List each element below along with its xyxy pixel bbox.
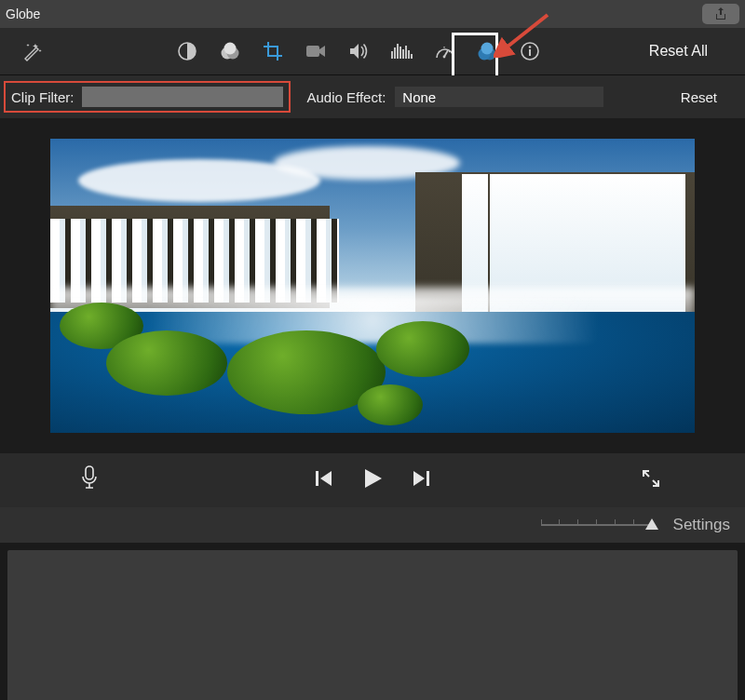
titlebar: Globe xyxy=(0,0,745,28)
clip-filter-dropdown[interactable] xyxy=(82,87,283,107)
svg-rect-4 xyxy=(306,46,319,57)
svg-rect-11 xyxy=(529,49,531,56)
svg-rect-15 xyxy=(427,471,429,486)
annotation-clipfilter-outline: Clip Filter: xyxy=(4,81,291,113)
voiceover-button[interactable] xyxy=(80,465,99,495)
svg-point-10 xyxy=(529,46,532,48)
reset-button[interactable]: Reset xyxy=(681,89,717,105)
color-correction-icon[interactable] xyxy=(218,39,242,63)
share-button[interactable] xyxy=(702,4,739,24)
preview-canvas[interactable] xyxy=(50,139,695,433)
timeline[interactable] xyxy=(7,550,738,700)
annotation-highlight-box xyxy=(452,33,498,79)
info-icon[interactable] xyxy=(518,39,542,63)
crop-icon[interactable] xyxy=(261,39,285,63)
effect-params-row: Clip Filter: Audio Effect: None Reset xyxy=(0,75,745,118)
settings-button[interactable]: Settings xyxy=(673,516,730,534)
svg-rect-13 xyxy=(86,466,93,479)
reset-all-button[interactable]: Reset All xyxy=(649,43,708,60)
zoom-thumb-icon[interactable] xyxy=(645,518,658,530)
volume-icon[interactable] xyxy=(346,39,371,63)
svg-point-5 xyxy=(443,56,446,59)
adjustments-toolbar: Reset All xyxy=(0,28,745,75)
clip-filter-label: Clip Filter: xyxy=(11,89,74,105)
audio-effect-label: Audio Effect: xyxy=(307,89,386,105)
timeline-zoom-row: Settings xyxy=(0,507,745,543)
noise-reduction-icon[interactable] xyxy=(389,39,413,63)
transport-bar xyxy=(0,453,745,507)
project-title: Globe xyxy=(6,7,40,21)
audio-effect-dropdown[interactable]: None xyxy=(395,87,603,107)
svg-rect-14 xyxy=(316,471,318,486)
share-icon xyxy=(713,7,728,21)
fullscreen-button[interactable] xyxy=(641,468,661,492)
color-balance-icon[interactable] xyxy=(175,39,199,63)
prev-button[interactable] xyxy=(314,468,334,492)
next-button[interactable] xyxy=(411,468,431,492)
play-button[interactable] xyxy=(360,466,385,494)
svg-point-3 xyxy=(224,43,237,55)
magic-wand-icon[interactable] xyxy=(20,39,45,63)
stabilization-icon[interactable] xyxy=(304,39,328,63)
preview-area xyxy=(0,118,745,453)
zoom-slider[interactable] xyxy=(541,524,653,526)
